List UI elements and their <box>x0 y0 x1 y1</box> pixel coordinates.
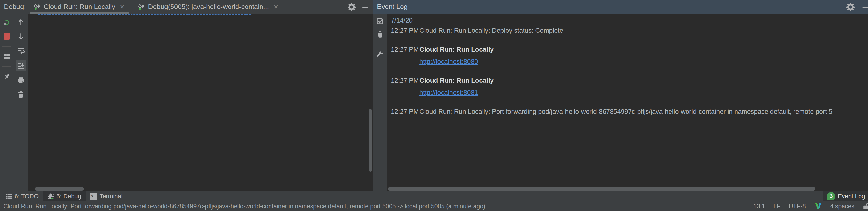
tab-label: Event Log <box>838 193 865 200</box>
event-log-entries: 12:27 PM Cloud Run: Run Locally: Deploy … <box>389 25 868 118</box>
encoding-widget[interactable]: UTF-8 <box>789 203 806 210</box>
event-log-header: Event Log <box>373 0 868 14</box>
console-line <box>31 88 373 98</box>
console-controls-column <box>14 14 28 191</box>
event-body: Cloud Run: Run Locally: Deploy status: C… <box>420 25 563 37</box>
console-line <box>31 172 373 182</box>
console-horizontal-scrollbar[interactable] <box>35 187 84 191</box>
localhost-link[interactable]: http://localhost:8080 <box>420 58 478 65</box>
console-line <box>31 161 373 172</box>
event-log-content: 7/14/20 12:27 PM Cloud Run: Run Locally:… <box>389 14 868 191</box>
console-line <box>31 98 373 109</box>
ide-debug-tool-window: Debug: Cloud Run: Run Locally ✕ Deb <box>0 0 868 211</box>
event-body: Cloud Run: Run Locally http://localhost:… <box>420 43 494 68</box>
toolbar-divider <box>376 44 384 44</box>
event-title: Cloud Run: Run Locally <box>420 74 494 87</box>
event-link-line: http://localhost:8081 <box>420 87 494 99</box>
event-title: Cloud Run: Run Locally: Port forwarding … <box>420 106 832 118</box>
print-icon[interactable] <box>16 76 26 85</box>
terminal-icon: >_ <box>90 192 97 200</box>
stop-icon[interactable] <box>1 32 12 41</box>
tool-window-tab-terminal[interactable]: >_ Terminal <box>86 191 127 201</box>
clipped-console-line <box>38 14 251 15</box>
caret-position-widget[interactable]: 13:1 <box>753 203 765 210</box>
event-timestamp: 12:27 PM <box>389 43 420 68</box>
restore-layout-icon[interactable] <box>1 52 12 61</box>
scroll-to-end-icon[interactable] <box>16 60 26 71</box>
log-settings-wrench-icon[interactable] <box>376 51 384 58</box>
status-message: Cloud Run: Run Locally: Port forwarding … <box>0 203 748 210</box>
console-vertical-scrollbar[interactable] <box>369 109 372 172</box>
cloud-code-icon <box>138 3 145 10</box>
pin-tab-icon[interactable] <box>1 72 12 81</box>
event-log-entry: 12:27 PM Cloud Run: Run Locally http://l… <box>389 43 868 68</box>
tab-label: Terminal <box>100 193 123 200</box>
localhost-link[interactable]: http://localhost:8081 <box>420 89 478 96</box>
tab-cloud-run-run-locally[interactable]: Cloud Run: Run Locally ✕ <box>30 0 129 13</box>
console-line <box>31 140 373 151</box>
event-log-entry: 12:27 PM Cloud Run: Run Locally: Port fo… <box>389 106 868 118</box>
event-title: Cloud Run: Run Locally <box>420 43 494 56</box>
tool-window-tab-debug[interactable]: 5: Debug <box>43 191 85 201</box>
console-line <box>31 36 373 46</box>
toolbar-divider <box>2 46 11 47</box>
console-line <box>31 151 373 161</box>
cloud-code-status-icon[interactable] <box>814 203 822 210</box>
event-count-badge: 3 <box>827 192 835 200</box>
status-widgets: 13:1 LF UTF-8 4 spaces <box>748 203 868 210</box>
event-title: Cloud Run: Run Locally: Deploy status: C… <box>420 25 563 37</box>
up-stack-arrow-icon[interactable] <box>16 18 26 27</box>
tool-window-bar: 6: TODO 5: Debug >_ Terminal 3 <box>0 191 868 201</box>
todo-list-icon <box>6 193 12 199</box>
console-line <box>31 15 373 26</box>
close-icon[interactable]: ✕ <box>119 3 125 11</box>
run-controls-column <box>0 14 14 191</box>
event-log-horizontal-scrollbar[interactable] <box>388 187 815 191</box>
console-line <box>31 119 373 130</box>
event-timestamp: 12:27 PM <box>389 74 420 99</box>
indent-widget[interactable]: 4 spaces <box>830 203 855 210</box>
event-log-date: 7/14/20 <box>389 14 868 25</box>
soft-wrap-icon[interactable] <box>16 46 26 55</box>
debug-console[interactable] <box>28 14 373 191</box>
unlock-icon[interactable] <box>863 203 868 210</box>
console-line <box>31 26 373 36</box>
tool-window-tab-event-log[interactable]: 3 Event Log <box>823 191 868 201</box>
event-body: Cloud Run: Run Locally http://localhost:… <box>420 74 494 99</box>
clear-log-trash-icon[interactable] <box>377 30 383 38</box>
line-ending-widget[interactable]: LF <box>773 203 780 210</box>
tab-label: 6: TODO <box>14 193 38 200</box>
tab-label: Debug(5005): java-hello-world-contain... <box>148 3 269 11</box>
down-stack-arrow-icon[interactable] <box>16 32 26 41</box>
bug-icon <box>47 193 54 200</box>
console-line <box>31 46 373 57</box>
console-line <box>31 57 373 67</box>
tab-label: Cloud Run: Run Locally <box>44 3 115 11</box>
event-log-hide-panel-icon[interactable] <box>860 0 868 14</box>
rerun-icon[interactable] <box>1 18 12 27</box>
hide-panel-icon[interactable] <box>360 0 371 14</box>
tool-window-tab-todo[interactable]: 6: TODO <box>1 191 43 201</box>
console-lines <box>28 14 373 191</box>
toolbar-divider <box>2 66 11 67</box>
event-timestamp: 12:27 PM <box>389 25 420 37</box>
status-bar: Cloud Run: Run Locally: Port forwarding … <box>0 201 868 211</box>
event-log-settings-gear-icon[interactable] <box>845 0 856 14</box>
console-line <box>31 130 373 140</box>
event-timestamp: 12:27 PM <box>389 106 420 118</box>
console-line <box>31 78 373 88</box>
close-icon[interactable]: ✕ <box>273 3 279 11</box>
event-log-entry: 12:27 PM Cloud Run: Run Locally http://l… <box>389 74 868 99</box>
settings-gear-icon[interactable] <box>346 0 357 14</box>
event-log-title: Event Log <box>377 3 408 11</box>
event-body: Cloud Run: Run Locally: Port forwarding … <box>420 106 832 118</box>
clear-console-trash-icon[interactable] <box>16 90 26 99</box>
tab-debug-5005[interactable]: Debug(5005): java-hello-world-contain...… <box>134 0 282 13</box>
event-log-panel: 7/14/20 12:27 PM Cloud Run: Run Locally:… <box>373 14 868 191</box>
debug-toolbars <box>0 14 28 191</box>
mark-all-read-icon[interactable] <box>376 17 384 25</box>
debug-header-label: Debug: <box>4 3 26 11</box>
event-link-line: http://localhost:8080 <box>420 56 494 68</box>
console-line <box>31 67 373 78</box>
tab-label: 5: Debug <box>57 193 81 200</box>
